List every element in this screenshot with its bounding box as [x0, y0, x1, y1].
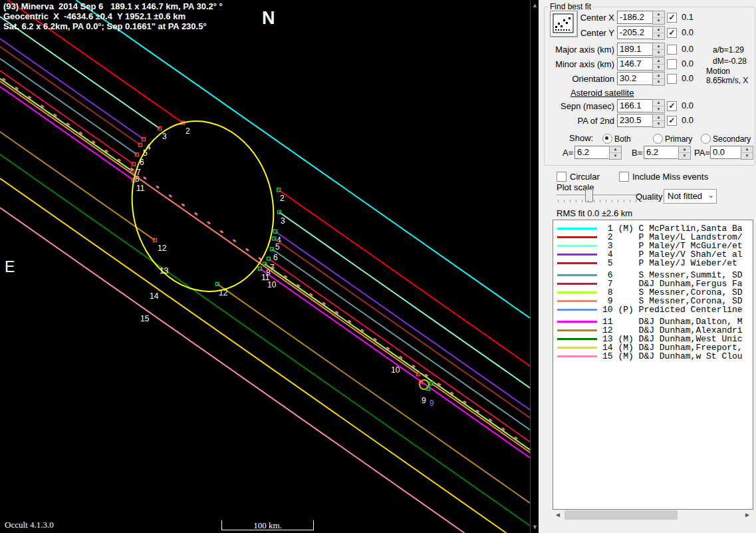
- chord-number-label: 6: [273, 253, 278, 262]
- spinner[interactable]: ▲▼: [652, 26, 665, 40]
- spin-up-icon[interactable]: ▲: [653, 100, 664, 106]
- scale-bar: 100 km.: [221, 520, 314, 530]
- hscroll-thumb[interactable]: [565, 510, 678, 520]
- plot-vertical-scrollbar[interactable]: ▲ ▼: [530, 0, 539, 533]
- spin-up-icon[interactable]: ▲: [653, 114, 664, 121]
- occultation-plot[interactable]: 2233445566778811111212131415991010 (93) …: [0, 0, 530, 533]
- fit-checkbox[interactable]: [667, 74, 677, 84]
- spinner[interactable]: ▲▼: [652, 99, 665, 113]
- observer-list[interactable]: 1 (M) C McPartlin,Santa Ba 2 P Maley/L L…: [553, 220, 753, 510]
- chord-color-sample: [557, 300, 597, 302]
- sigma-value: 0.0: [682, 27, 693, 37]
- info-line-3: Sat. 6.2 x 6.2km, PA 0.0°; Sep 0.1661" a…: [3, 21, 223, 31]
- spin-down-icon[interactable]: ▼: [679, 153, 690, 159]
- chord-color-sample: [557, 274, 597, 276]
- spin-up-icon[interactable]: ▲: [653, 27, 664, 33]
- chord-number-label: 5: [275, 242, 280, 252]
- spin-down-icon[interactable]: ▼: [653, 106, 664, 112]
- chord-number-label: 3: [162, 132, 167, 141]
- chord-number-label: 3: [281, 216, 285, 226]
- spin-up-icon[interactable]: ▲: [653, 58, 664, 65]
- chord-number-label: 12: [158, 244, 167, 253]
- chord-number-label: 14: [150, 291, 159, 301]
- spinner[interactable]: ▲▼: [652, 72, 665, 86]
- spin-up-icon[interactable]: ▲: [653, 43, 664, 50]
- show-radio-primary[interactable]: [653, 134, 663, 144]
- spin-down-icon[interactable]: ▼: [741, 153, 753, 159]
- show-radio-secondary[interactable]: [701, 134, 711, 144]
- field-input-center-y[interactable]: -205.2: [617, 26, 657, 39]
- chord-color-sample: [557, 291, 597, 293]
- include-miss-checkbox[interactable]: [619, 172, 629, 182]
- show-radio-both[interactable]: [602, 134, 612, 144]
- spin-up-icon[interactable]: ▲: [653, 73, 664, 79]
- field-input-minor-axis-km-[interactable]: 146.7: [617, 57, 657, 71]
- sigma-value: 0.0: [682, 115, 693, 125]
- spin-up-icon[interactable]: ▲: [653, 11, 664, 18]
- spin-down-icon[interactable]: ▼: [653, 33, 664, 39]
- spin-up-icon[interactable]: ▲: [679, 146, 690, 153]
- spin-down-icon[interactable]: ▼: [653, 121, 664, 127]
- plot-scale-slider[interactable]: [557, 194, 640, 196]
- spinner[interactable]: ▲▼: [609, 146, 622, 160]
- slider-tick: [588, 200, 588, 202]
- fit-control-panel: Find best fit Center X-186.2▲▼✓0.1Center…: [539, 0, 756, 533]
- spin-up-icon[interactable]: ▲: [741, 146, 753, 153]
- scroll-left-icon[interactable]: ◄: [553, 510, 563, 520]
- chord-number-label: 9: [422, 396, 426, 405]
- spin-up-icon[interactable]: ▲: [610, 146, 621, 153]
- fit-checkbox[interactable]: ✓: [667, 28, 677, 38]
- include-miss-label: Include Miss events: [632, 172, 708, 182]
- slider-tick: [558, 200, 559, 202]
- quality-dropdown[interactable]: Not fitted ⌄: [664, 189, 717, 204]
- field-input-sepn-masec-[interactable]: 166.1: [617, 99, 657, 112]
- size-input-a[interactable]: 6.2: [574, 146, 613, 159]
- slider-tick: [594, 200, 594, 202]
- magnitude-drop-value: dM=-0.28: [713, 57, 747, 66]
- info-line-1: (93) Minerva 2014 Sep 6 189.1 x 146.7 km…: [3, 1, 223, 11]
- plot-scale-slider-thumb[interactable]: [585, 189, 593, 202]
- field-label: Sepn (masec): [539, 101, 614, 111]
- spin-down-icon[interactable]: ▼: [610, 153, 621, 159]
- spinner[interactable]: ▲▼: [652, 43, 665, 57]
- observer-list-hscrollbar[interactable]: ◄ ►: [553, 510, 753, 520]
- spin-down-icon[interactable]: ▼: [653, 18, 664, 24]
- slider-tick: [606, 200, 606, 202]
- spin-down-icon[interactable]: ▼: [653, 65, 664, 71]
- spinner[interactable]: ▲▼: [652, 114, 665, 128]
- slider-tick: [576, 200, 576, 202]
- fit-checkbox[interactable]: ✓: [667, 101, 677, 111]
- plot-info-text: (93) Minerva 2014 Sep 6 189.1 x 146.7 km…: [3, 1, 223, 31]
- slider-tick: [624, 200, 624, 202]
- scroll-right-icon[interactable]: ►: [742, 510, 753, 520]
- motion-title: Motion: [706, 67, 730, 76]
- size-input-pa[interactable]: 0.0: [710, 146, 745, 159]
- slider-tick: [600, 200, 600, 202]
- fit-checkbox[interactable]: ✓: [667, 13, 677, 23]
- spin-down-icon[interactable]: ▼: [653, 79, 664, 85]
- spinner[interactable]: ▲▼: [652, 57, 665, 71]
- field-input-major-axis-km-[interactable]: 189.1: [617, 43, 657, 56]
- observer-row-10[interactable]: 10 (P) Predicted Centerline: [553, 305, 753, 314]
- chord-number-label: 10: [267, 280, 277, 289]
- chord-number-label: 15: [140, 314, 150, 323]
- fit-checkbox[interactable]: [667, 45, 677, 55]
- spinner[interactable]: ▲▼: [678, 146, 691, 160]
- size-input-b[interactable]: 6.2: [644, 146, 682, 159]
- observer-row-15[interactable]: 15 (M) D&J Dunham,w St Clou: [553, 352, 753, 361]
- spinner[interactable]: ▲▼: [741, 146, 753, 160]
- fit-checkbox[interactable]: ✓: [667, 116, 677, 126]
- spin-down-icon[interactable]: ▼: [653, 50, 664, 56]
- asteroid-satellite-title: Asteroid satellite: [570, 88, 634, 98]
- chords-plot-canvas[interactable]: 2233445566778811111212131415991010: [0, 0, 530, 533]
- quality-label: Quality: [636, 192, 662, 202]
- field-input-pa-of-2nd[interactable]: 230.5: [617, 114, 657, 127]
- field-input-center-x[interactable]: -186.2: [617, 11, 657, 24]
- motion-value: 8.65km/s, X: [706, 76, 748, 85]
- fit-checkbox[interactable]: [667, 59, 677, 69]
- field-label: Orientation: [539, 74, 614, 84]
- spinner[interactable]: ▲▼: [652, 11, 665, 25]
- field-input-orientation[interactable]: 30.2: [617, 72, 657, 85]
- observer-row-5[interactable]: 5 P Maley/J Wieber/et: [553, 259, 753, 267]
- circular-checkbox[interactable]: [557, 172, 567, 182]
